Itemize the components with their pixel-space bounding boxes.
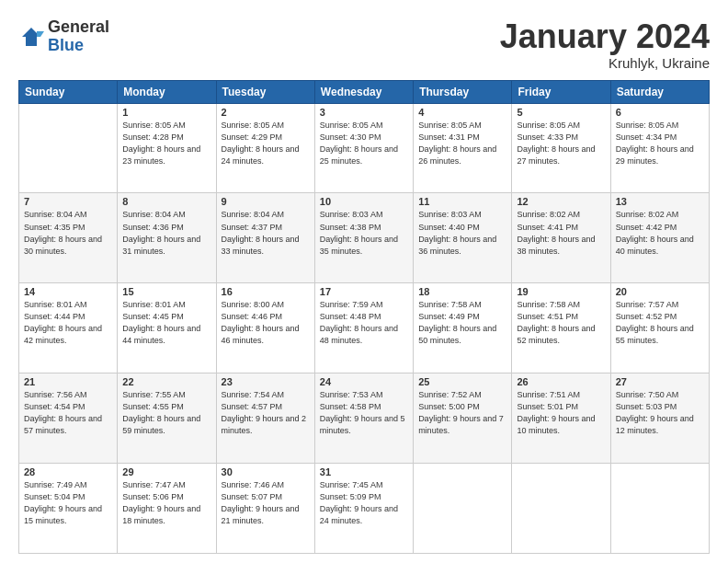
header-tuesday: Tuesday <box>216 80 314 103</box>
day-info: Sunrise: 7:47 AMSunset: 5:06 PMDaylight:… <box>122 479 210 527</box>
day-number: 10 <box>320 196 408 207</box>
calendar-cell-w2-d0: 14Sunrise: 8:01 AMSunset: 4:44 PMDayligh… <box>19 283 118 373</box>
day-number: 14 <box>24 286 112 297</box>
day-number: 31 <box>320 466 408 477</box>
day-info: Sunrise: 8:05 AMSunset: 4:31 PMDaylight:… <box>418 120 506 167</box>
calendar-cell-w2-d2: 16Sunrise: 8:00 AMSunset: 4:46 PMDayligh… <box>216 283 314 373</box>
calendar-cell-w2-d1: 15Sunrise: 8:01 AMSunset: 4:45 PMDayligh… <box>118 283 216 373</box>
day-info: Sunrise: 8:05 AMSunset: 4:34 PMDaylight:… <box>616 120 704 167</box>
calendar-cell-w3-d6: 27Sunrise: 7:50 AMSunset: 5:03 PMDayligh… <box>610 373 709 464</box>
main-title: January 2024 <box>500 18 710 55</box>
calendar-cell-w2-d5: 19Sunrise: 7:58 AMSunset: 4:51 PMDayligh… <box>512 283 610 373</box>
day-number: 1 <box>122 107 210 118</box>
day-info: Sunrise: 8:02 AMSunset: 4:42 PMDaylight:… <box>616 209 704 257</box>
day-info: Sunrise: 8:01 AMSunset: 4:45 PMDaylight:… <box>122 299 210 347</box>
week-row-4: 28Sunrise: 7:49 AMSunset: 5:04 PMDayligh… <box>19 464 710 554</box>
header-saturday: Saturday <box>610 80 709 103</box>
calendar-cell-w1-d0: 7Sunrise: 8:04 AMSunset: 4:35 PMDaylight… <box>19 193 118 283</box>
day-number: 28 <box>24 466 112 477</box>
day-number: 11 <box>418 196 506 207</box>
day-info: Sunrise: 8:05 AMSunset: 4:30 PMDaylight:… <box>320 120 408 167</box>
header-monday: Monday <box>118 80 216 103</box>
calendar-cell-w3-d0: 21Sunrise: 7:56 AMSunset: 4:54 PMDayligh… <box>19 373 118 464</box>
day-info: Sunrise: 8:05 AMSunset: 4:28 PMDaylight:… <box>122 120 210 167</box>
day-number: 13 <box>616 196 704 207</box>
calendar-cell-w0-d5: 5Sunrise: 8:05 AMSunset: 4:33 PMDaylight… <box>512 103 610 193</box>
day-number: 30 <box>222 466 310 477</box>
day-info: Sunrise: 7:46 AMSunset: 5:07 PMDaylight:… <box>222 479 310 527</box>
location-subtitle: Kruhlyk, Ukraine <box>500 55 710 71</box>
day-number: 7 <box>24 196 112 207</box>
header-friday: Friday <box>512 80 610 103</box>
calendar-cell-w2-d4: 18Sunrise: 7:58 AMSunset: 4:49 PMDayligh… <box>414 283 512 373</box>
day-info: Sunrise: 7:55 AMSunset: 4:55 PMDaylight:… <box>122 389 210 437</box>
calendar-cell-w4-d4 <box>414 464 512 554</box>
calendar-cell-w4-d3: 31Sunrise: 7:45 AMSunset: 5:09 PMDayligh… <box>314 464 413 554</box>
calendar-cell-w1-d5: 12Sunrise: 8:02 AMSunset: 4:41 PMDayligh… <box>512 193 610 283</box>
calendar-cell-w4-d0: 28Sunrise: 7:49 AMSunset: 5:04 PMDayligh… <box>19 464 118 554</box>
page: General Blue January 2024 Kruhlyk, Ukrai… <box>0 0 728 563</box>
day-number: 18 <box>418 286 506 297</box>
day-info: Sunrise: 7:59 AMSunset: 4:48 PMDaylight:… <box>320 299 408 347</box>
day-number: 15 <box>122 286 210 297</box>
logo-blue-text: Blue <box>48 37 109 55</box>
header-sunday: Sunday <box>19 80 118 103</box>
day-number: 2 <box>222 107 310 118</box>
header-thursday: Thursday <box>414 80 512 103</box>
calendar-cell-w3-d3: 24Sunrise: 7:53 AMSunset: 4:58 PMDayligh… <box>314 373 413 464</box>
week-row-3: 21Sunrise: 7:56 AMSunset: 4:54 PMDayligh… <box>19 373 710 464</box>
day-info: Sunrise: 8:04 AMSunset: 4:37 PMDaylight:… <box>222 209 310 257</box>
header-wednesday: Wednesday <box>314 80 413 103</box>
calendar-cell-w2-d6: 20Sunrise: 7:57 AMSunset: 4:52 PMDayligh… <box>610 283 709 373</box>
week-row-2: 14Sunrise: 8:01 AMSunset: 4:44 PMDayligh… <box>19 283 710 373</box>
day-info: Sunrise: 8:04 AMSunset: 4:36 PMDaylight:… <box>122 209 210 257</box>
day-info: Sunrise: 8:03 AMSunset: 4:38 PMDaylight:… <box>320 209 408 257</box>
calendar-cell-w3-d1: 22Sunrise: 7:55 AMSunset: 4:55 PMDayligh… <box>118 373 216 464</box>
calendar-cell-w4-d2: 30Sunrise: 7:46 AMSunset: 5:07 PMDayligh… <box>216 464 314 554</box>
day-number: 16 <box>222 286 310 297</box>
week-row-0: 1Sunrise: 8:05 AMSunset: 4:28 PMDaylight… <box>19 103 710 193</box>
calendar-cell-w0-d4: 4Sunrise: 8:05 AMSunset: 4:31 PMDaylight… <box>414 103 512 193</box>
day-info: Sunrise: 7:54 AMSunset: 4:57 PMDaylight:… <box>222 389 310 437</box>
day-info: Sunrise: 7:52 AMSunset: 5:00 PMDaylight:… <box>418 389 506 437</box>
calendar-cell-w2-d3: 17Sunrise: 7:59 AMSunset: 4:48 PMDayligh… <box>314 283 413 373</box>
calendar-cell-w3-d4: 25Sunrise: 7:52 AMSunset: 5:00 PMDayligh… <box>414 373 512 464</box>
day-number: 5 <box>517 107 605 118</box>
day-number: 20 <box>616 286 704 297</box>
day-info: Sunrise: 7:49 AMSunset: 5:04 PMDaylight:… <box>24 479 112 527</box>
calendar-cell-w1-d4: 11Sunrise: 8:03 AMSunset: 4:40 PMDayligh… <box>414 193 512 283</box>
day-info: Sunrise: 8:05 AMSunset: 4:33 PMDaylight:… <box>517 120 605 167</box>
calendar-cell-w3-d2: 23Sunrise: 7:54 AMSunset: 4:57 PMDayligh… <box>216 373 314 464</box>
calendar-cell-w4-d1: 29Sunrise: 7:47 AMSunset: 5:06 PMDayligh… <box>118 464 216 554</box>
calendar-cell-w0-d0 <box>19 103 118 193</box>
title-block: January 2024 Kruhlyk, Ukraine <box>500 18 710 71</box>
logo-icon <box>18 24 44 50</box>
day-number: 9 <box>222 196 310 207</box>
weekday-header-row: Sunday Monday Tuesday Wednesday Thursday… <box>19 80 710 103</box>
calendar-cell-w0-d6: 6Sunrise: 8:05 AMSunset: 4:34 PMDaylight… <box>610 103 709 193</box>
day-number: 4 <box>418 107 506 118</box>
day-number: 29 <box>122 466 210 477</box>
day-number: 21 <box>24 376 112 387</box>
day-number: 12 <box>517 196 605 207</box>
calendar-cell-w0-d2: 2Sunrise: 8:05 AMSunset: 4:29 PMDaylight… <box>216 103 314 193</box>
day-info: Sunrise: 8:02 AMSunset: 4:41 PMDaylight:… <box>517 209 605 257</box>
calendar-cell-w4-d6 <box>610 464 709 554</box>
day-info: Sunrise: 7:50 AMSunset: 5:03 PMDaylight:… <box>616 389 704 437</box>
day-info: Sunrise: 8:03 AMSunset: 4:40 PMDaylight:… <box>418 209 506 257</box>
logo-text: General Blue <box>48 18 109 55</box>
day-number: 27 <box>616 376 704 387</box>
header: General Blue January 2024 Kruhlyk, Ukrai… <box>18 18 710 71</box>
calendar-cell-w1-d3: 10Sunrise: 8:03 AMSunset: 4:38 PMDayligh… <box>314 193 413 283</box>
calendar-table: Sunday Monday Tuesday Wednesday Thursday… <box>18 80 710 554</box>
day-number: 25 <box>418 376 506 387</box>
day-info: Sunrise: 8:01 AMSunset: 4:44 PMDaylight:… <box>24 299 112 347</box>
day-info: Sunrise: 7:53 AMSunset: 4:58 PMDaylight:… <box>320 389 408 437</box>
logo-general-text: General <box>48 18 109 37</box>
day-number: 3 <box>320 107 408 118</box>
calendar-cell-w3-d5: 26Sunrise: 7:51 AMSunset: 5:01 PMDayligh… <box>512 373 610 464</box>
day-number: 6 <box>616 107 704 118</box>
day-info: Sunrise: 7:57 AMSunset: 4:52 PMDaylight:… <box>616 299 704 347</box>
week-row-1: 7Sunrise: 8:04 AMSunset: 4:35 PMDaylight… <box>19 193 710 283</box>
calendar-cell-w1-d1: 8Sunrise: 8:04 AMSunset: 4:36 PMDaylight… <box>118 193 216 283</box>
